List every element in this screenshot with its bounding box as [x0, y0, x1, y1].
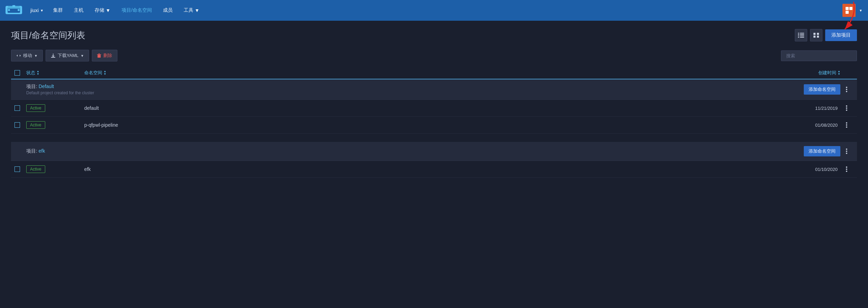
svg-rect-12: [798, 34, 799, 35]
namespace-sort-icon: ▲ ▼: [104, 70, 106, 76]
ns-checkbox-efk[interactable]: [15, 166, 20, 172]
project-group-header-default: 项目: Default Default project created for …: [11, 79, 857, 100]
page-title: 项目/命名空间列表: [11, 29, 85, 41]
status-header[interactable]: 状态 ▲ ▼: [26, 70, 81, 76]
project-efk-kebab-icon: [846, 148, 847, 154]
project-default-kebab-button[interactable]: [843, 85, 857, 94]
namespace-table: 状态 ▲ ▼ 命名空间 ▲ ▼ 创建时间 ▲ ▼: [11, 67, 857, 178]
status-badge-efk: Active: [26, 165, 45, 173]
created-time-header[interactable]: 创建时间 ▲ ▼: [771, 70, 840, 76]
svg-point-36: [846, 148, 847, 150]
project-efk-kebab-button[interactable]: [843, 147, 857, 155]
svg-rect-10: [798, 33, 799, 33]
svg-point-33: [846, 122, 847, 124]
nav-item-host[interactable]: 主机: [70, 6, 88, 15]
svg-point-29: [846, 91, 847, 92]
svg-point-35: [846, 126, 847, 128]
ns-name-efk: efk: [84, 166, 769, 172]
svg-point-34: [846, 124, 847, 126]
svg-rect-24: [97, 54, 101, 55]
main-content: 项目/命名空间列表: [0, 21, 868, 189]
nav-item-projects[interactable]: 项目/命名空间: [117, 6, 156, 15]
project-group-subtitle-default: Default project created for the cluster: [23, 90, 804, 95]
add-namespace-button-default[interactable]: 添加命名空间: [804, 84, 840, 95]
svg-rect-17: [800, 37, 804, 38]
svg-rect-15: [800, 36, 804, 36]
svg-rect-6: [846, 7, 849, 10]
svg-point-4: [18, 9, 20, 11]
project-group-title-efk: 项目: efk: [23, 148, 804, 154]
logo[interactable]: [6, 3, 25, 18]
ns-checkbox-pipeline[interactable]: [15, 122, 20, 128]
page-header: 项目/命名空间列表: [11, 29, 857, 41]
table-header-row: 状态 ▲ ▼ 命名空间 ▲ ▼ 创建时间 ▲ ▼: [11, 67, 857, 79]
nav-item-tools[interactable]: 工具 ▼: [180, 6, 204, 15]
ns-pipeline-kebab-icon: [846, 122, 847, 128]
project-group-info-efk: 项目: efk: [23, 148, 804, 154]
ns-checkbox-default[interactable]: [15, 105, 20, 111]
nav-item-storage[interactable]: 存储 ▼: [90, 6, 115, 15]
ns-efk-kebab-icon: [846, 166, 847, 172]
namespace-header[interactable]: 命名空间 ▲ ▼: [84, 70, 769, 76]
ns-row-pipeline: Active p-qfpwl-pipeline 01/08/2020: [11, 117, 857, 134]
svg-rect-21: [817, 36, 819, 38]
project-group-efk: 项目: efk 添加命名空间 Active: [11, 142, 857, 178]
ns-default-kebab-button[interactable]: [843, 104, 857, 112]
status-badge-default: Active: [26, 104, 45, 112]
svg-point-38: [846, 153, 847, 154]
download-yaml-button[interactable]: 下载YAML ▼: [46, 50, 89, 61]
svg-rect-14: [798, 36, 799, 36]
svg-point-30: [846, 105, 847, 107]
delete-icon: [97, 53, 101, 58]
ns-checkbox-cell-efk[interactable]: [11, 166, 23, 172]
delete-button[interactable]: 删除: [92, 50, 117, 61]
ns-checkbox-cell-default[interactable]: [11, 105, 23, 111]
user-menu[interactable]: jiuxi ▼: [28, 6, 46, 15]
card-view-btn[interactable]: [810, 29, 822, 41]
add-project-button[interactable]: 添加项目: [825, 29, 857, 41]
svg-rect-25: [98, 54, 100, 54]
select-all-checkbox[interactable]: [15, 70, 20, 76]
svg-rect-16: [798, 37, 799, 38]
nav-item-cluster[interactable]: 集群: [49, 6, 67, 15]
ns-row-default: Active default 11/21/2019: [11, 100, 857, 117]
download-chevron-icon: ▼: [80, 54, 84, 58]
search-input[interactable]: [781, 50, 857, 61]
user-label: jiuxi: [30, 8, 39, 13]
project-group-info-default: 项目: Default Default project created for …: [23, 84, 804, 95]
navbar: jiuxi ▼ 集群 主机 存储 ▼ 项目/命名空间 成员 工具 ▼ ▼: [0, 0, 868, 21]
svg-point-3: [8, 9, 10, 11]
ns-status-efk: Active: [26, 165, 81, 173]
svg-rect-18: [813, 33, 816, 35]
svg-point-27: [846, 87, 847, 88]
svg-point-31: [846, 107, 847, 109]
svg-point-39: [846, 166, 847, 168]
avatar-chevron-icon[interactable]: ▼: [859, 9, 862, 12]
list-view-btn[interactable]: [795, 29, 807, 41]
nav-item-members[interactable]: 成员: [159, 6, 177, 15]
ns-date-efk: 01/10/2020: [771, 167, 840, 172]
search-container: [781, 50, 857, 61]
ns-checkbox-cell-pipeline[interactable]: [11, 122, 23, 128]
user-avatar[interactable]: [842, 4, 856, 17]
download-icon: [51, 53, 56, 58]
ns-efk-kebab-button[interactable]: [843, 165, 857, 173]
svg-point-28: [846, 89, 847, 90]
ns-default-kebab-icon: [846, 105, 847, 111]
move-button[interactable]: 移动 ▼: [11, 50, 43, 61]
svg-rect-7: [849, 7, 852, 10]
add-namespace-button-efk[interactable]: 添加命名空间: [804, 146, 840, 156]
svg-rect-20: [813, 36, 816, 38]
svg-point-32: [846, 109, 847, 111]
svg-rect-9: [849, 11, 852, 14]
svg-rect-5: [12, 5, 15, 7]
status-badge-pipeline: Active: [26, 121, 45, 129]
ns-date-default: 11/21/2019: [771, 106, 840, 111]
svg-rect-8: [846, 11, 849, 14]
move-chevron-icon: ▼: [34, 54, 38, 58]
project-group-header-efk: 项目: efk 添加命名空间: [11, 142, 857, 161]
header-checkbox-cell[interactable]: [11, 70, 23, 76]
ns-pipeline-kebab-button[interactable]: [843, 121, 857, 129]
svg-point-41: [846, 171, 847, 172]
toolbar: 移动 ▼ 下载YAML ▼ 删除: [11, 50, 857, 61]
